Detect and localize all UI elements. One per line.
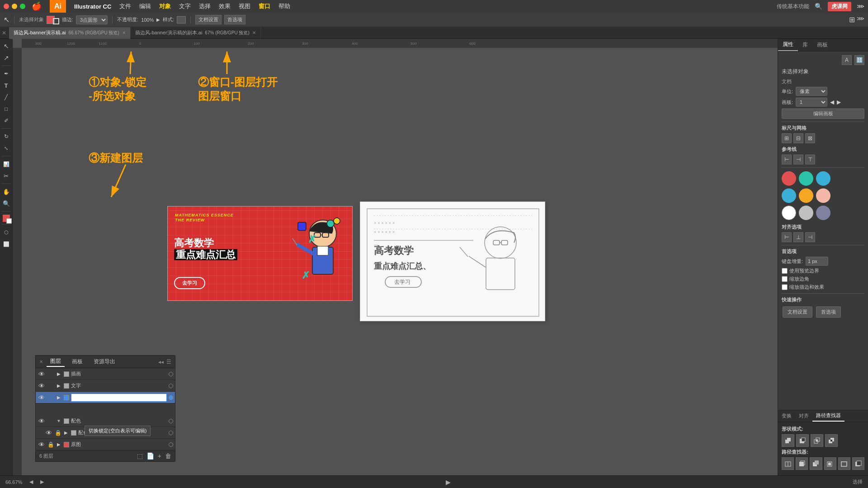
minimize-button[interactable]: [12, 4, 17, 9]
tab-close-all[interactable]: ✕: [2, 30, 6, 36]
zoom-decrease[interactable]: ◀: [29, 479, 33, 485]
exclude-button[interactable]: [825, 434, 838, 447]
swatch-lavender[interactable]: [816, 206, 830, 220]
rect-tool[interactable]: □: [1, 103, 12, 114]
align-right[interactable]: ⊣: [805, 232, 815, 242]
stroke-select[interactable]: 3点圆形: [76, 15, 108, 24]
outline-button[interactable]: [838, 457, 850, 470]
swatch-cyan[interactable]: [782, 188, 796, 203]
hand-tool[interactable]: ✋: [1, 186, 12, 197]
layer-eye-配色-parent[interactable]: 👁: [38, 418, 46, 425]
menu-file[interactable]: 文件: [116, 1, 135, 11]
apple-menu[interactable]: 🍎: [32, 1, 42, 11]
maximize-button[interactable]: [20, 4, 25, 9]
keyboard-increment-input[interactable]: [806, 257, 828, 266]
right-icon-2[interactable]: 🔠: [854, 55, 864, 65]
tab-transform[interactable]: 变换: [778, 410, 795, 422]
select-tool[interactable]: ↖: [1, 41, 12, 52]
layer-eye-配色-child[interactable]: 👁: [45, 429, 53, 436]
collapse-panel-icon[interactable]: ◂◂: [158, 359, 164, 365]
scale-strokes-checkbox[interactable]: [782, 284, 788, 290]
tab-artboards[interactable]: 画板: [68, 357, 86, 366]
type-tool[interactable]: T: [1, 80, 12, 91]
opacity-expand[interactable]: ▶: [156, 17, 160, 22]
edit-artboard-button[interactable]: 编辑画板: [782, 108, 864, 119]
search-icon[interactable]: 🔍: [815, 3, 822, 10]
zoom-increase[interactable]: ▶: [40, 479, 44, 485]
menu-help[interactable]: 帮助: [275, 1, 294, 11]
canvas-area[interactable]: 300 1200 1100 0 100 200 300 400 500 600 …: [13, 39, 778, 475]
scale-strokes-check[interactable]: 缩放描边和效果: [782, 284, 864, 291]
merge-button[interactable]: [810, 457, 822, 470]
new-sublayer-icon[interactable]: 📄: [146, 452, 154, 460]
layer-eye-editing[interactable]: 👁: [38, 394, 46, 401]
scale-tool[interactable]: ⤡: [1, 143, 12, 154]
artboard-mode[interactable]: ⬜: [1, 239, 12, 249]
use-preview-bounds-check[interactable]: 使用预览边界: [782, 267, 864, 274]
zoom-level[interactable]: 66.67%: [5, 479, 22, 485]
trim-button[interactable]: [796, 457, 808, 470]
rotate-tool[interactable]: ↻: [1, 131, 12, 142]
stroke-swatch[interactable]: [53, 18, 59, 24]
tab-1-close[interactable]: ✕: [122, 30, 126, 35]
artboard-prev-icon[interactable]: ◀: [830, 99, 834, 105]
layer-expand-原图[interactable]: ▶: [56, 442, 62, 447]
make-clipping-icon[interactable]: ⬚: [137, 452, 143, 460]
zoom-tool[interactable]: 🔍: [1, 198, 12, 209]
style-swatch[interactable]: [177, 16, 186, 23]
new-layer-icon[interactable]: +: [158, 452, 161, 460]
unit-select[interactable]: 像素 毫米 厘米: [796, 87, 827, 96]
change-mode[interactable]: ⬡: [1, 227, 12, 238]
minus-front-button[interactable]: [796, 434, 809, 447]
fill-color-box[interactable]: [3, 215, 10, 222]
unite-button[interactable]: [782, 434, 794, 447]
guide-icon[interactable]: ⊠: [805, 133, 815, 143]
stroke-color-box[interactable]: [6, 218, 12, 224]
swatch-white[interactable]: [782, 206, 796, 220]
paint-tool[interactable]: ✐: [1, 115, 12, 126]
layer-eye-插画[interactable]: 👁: [38, 371, 46, 378]
expand-right-icon[interactable]: ⋙: [857, 15, 864, 24]
swatch-orange[interactable]: [799, 188, 813, 203]
ruler-icon[interactable]: ⊞: [782, 133, 792, 143]
tab-properties[interactable]: 属性: [778, 39, 798, 51]
right-icon-1[interactable]: A: [842, 55, 852, 65]
close-panel-icon[interactable]: ✕: [39, 359, 43, 364]
pen-tool[interactable]: ✒: [1, 68, 12, 79]
align-left[interactable]: ⊢: [782, 232, 792, 242]
direct-select-tool[interactable]: ↗: [1, 52, 12, 63]
play-button[interactable]: ▶: [446, 479, 451, 486]
banner-cta-button[interactable]: 去学习: [174, 277, 205, 289]
guide-distribute[interactable]: ⊤: [805, 155, 815, 164]
menu-object[interactable]: 对象: [156, 1, 175, 11]
divide-button[interactable]: [782, 457, 794, 470]
menu-illustrator[interactable]: Illustrator CC: [71, 2, 115, 11]
swatch-gray[interactable]: [799, 206, 813, 220]
delete-layer-icon[interactable]: 🗑: [165, 452, 171, 460]
layer-eye-原图[interactable]: 👁: [38, 441, 46, 448]
expand-icon[interactable]: ⋙: [857, 3, 864, 9]
quick-doc-settings[interactable]: 文档设置: [783, 306, 812, 318]
guide-align-center[interactable]: ⊣: [793, 155, 803, 164]
panel-menu-icon[interactable]: ☰: [166, 359, 171, 365]
tab-layers[interactable]: 图层: [47, 357, 65, 367]
layer-expand-editing[interactable]: ▶: [56, 395, 62, 400]
tab-align[interactable]: 对齐: [795, 410, 812, 422]
layer-expand-配色-parent[interactable]: ▼: [56, 418, 62, 423]
align-center-h[interactable]: ⊥: [793, 232, 803, 242]
scissors-tool[interactable]: ✂: [1, 170, 12, 181]
layer-expand-文字[interactable]: ▶: [56, 383, 62, 388]
layer-expand-插画[interactable]: ▶: [56, 371, 62, 376]
menu-effect[interactable]: 效果: [215, 1, 234, 11]
use-preview-bounds-checkbox[interactable]: [782, 268, 788, 274]
tab-artboard[interactable]: 画板: [812, 39, 832, 51]
arrange-icon[interactable]: ⊞: [849, 15, 855, 24]
graph-tool[interactable]: 📊: [1, 159, 12, 169]
swatch-teal[interactable]: [799, 171, 813, 186]
menu-text[interactable]: 文字: [175, 1, 194, 11]
tab-library[interactable]: 库: [798, 39, 812, 51]
layer-name-input[interactable]: [71, 394, 167, 402]
swatch-salmon[interactable]: [816, 188, 830, 203]
artboard-next-icon[interactable]: ▶: [837, 99, 841, 105]
swatch-red[interactable]: [782, 171, 796, 186]
